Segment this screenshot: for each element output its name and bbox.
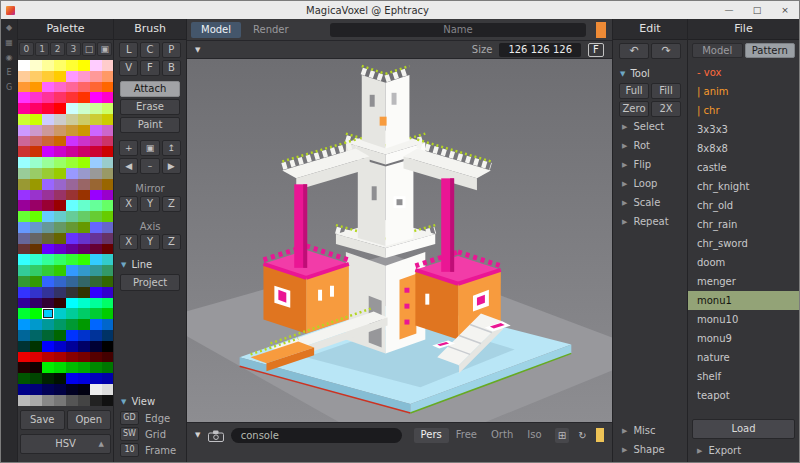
tab-render[interactable]: Render bbox=[243, 22, 299, 38]
palette-swatch[interactable] bbox=[30, 308, 42, 319]
palette-swatch[interactable] bbox=[78, 82, 90, 93]
palette-swatch[interactable] bbox=[78, 200, 90, 211]
palette-swatch[interactable] bbox=[78, 125, 90, 136]
load-button[interactable]: Load bbox=[692, 419, 795, 439]
palette-swatch[interactable] bbox=[66, 179, 78, 190]
palette-swatch[interactable] bbox=[42, 265, 54, 276]
file-item[interactable]: monu10 bbox=[688, 310, 799, 329]
palette-swatch[interactable] bbox=[54, 168, 66, 179]
view-mode-iso[interactable]: Iso bbox=[520, 428, 548, 443]
palette-swatch[interactable] bbox=[78, 168, 90, 179]
palette-swatch[interactable] bbox=[30, 190, 42, 201]
palette-swatch[interactable] bbox=[78, 362, 90, 373]
palette-swatch[interactable] bbox=[54, 200, 66, 211]
palette-tab-1[interactable]: 1 bbox=[35, 42, 50, 56]
palette-swatch[interactable] bbox=[78, 244, 90, 255]
shape-section[interactable]: ▶ Shape bbox=[613, 440, 687, 459]
next-icon[interactable]: ▶ bbox=[162, 158, 181, 174]
edit-item-flip[interactable]: ▶ Flip bbox=[613, 155, 687, 174]
palette-swatch[interactable] bbox=[66, 136, 78, 147]
view-mode-pers[interactable]: Pers bbox=[414, 428, 449, 443]
maximize-button[interactable]: □ bbox=[743, 1, 771, 19]
palette-swatch[interactable] bbox=[90, 319, 102, 330]
file-item[interactable]: - vox bbox=[688, 63, 799, 82]
dash-icon[interactable]: – bbox=[140, 158, 159, 174]
size-value-field[interactable]: 126 126 126 bbox=[499, 43, 581, 57]
palette-swatch[interactable] bbox=[42, 276, 54, 287]
palette-swatch[interactable] bbox=[66, 190, 78, 201]
palette-swatch[interactable] bbox=[42, 211, 54, 222]
palette-swatch[interactable] bbox=[18, 103, 30, 114]
palette-swatch[interactable] bbox=[42, 222, 54, 233]
palette-swatch[interactable] bbox=[66, 125, 78, 136]
palette-swatch[interactable] bbox=[90, 179, 102, 190]
palette-swatch[interactable] bbox=[18, 298, 30, 309]
palette-swatch[interactable] bbox=[42, 71, 54, 82]
palette-swatch[interactable] bbox=[66, 287, 78, 298]
fit-button[interactable]: F bbox=[588, 43, 604, 57]
palette-swatch[interactable] bbox=[42, 82, 54, 93]
palette-swatch[interactable] bbox=[90, 244, 102, 255]
palette-swatch[interactable] bbox=[30, 211, 42, 222]
palette-swatch[interactable] bbox=[30, 71, 42, 82]
palette-swatch[interactable] bbox=[66, 362, 78, 373]
file-item[interactable]: menger bbox=[688, 272, 799, 291]
palette-swatch[interactable] bbox=[78, 384, 90, 395]
palette-swatch[interactable] bbox=[30, 384, 42, 395]
palette-swatch[interactable] bbox=[30, 60, 42, 71]
palette-swatch[interactable] bbox=[78, 157, 90, 168]
palette-extra-button[interactable]: □ bbox=[82, 42, 97, 56]
palette-swatch[interactable] bbox=[30, 136, 42, 147]
close-button[interactable]: × bbox=[771, 1, 799, 19]
palette-swatch[interactable] bbox=[78, 265, 90, 276]
palette-swatch[interactable] bbox=[54, 146, 66, 157]
palette-swatch[interactable] bbox=[54, 395, 66, 406]
palette-swatch[interactable] bbox=[54, 308, 66, 319]
palette-swatch[interactable] bbox=[30, 265, 42, 276]
palette-swatch[interactable] bbox=[78, 114, 90, 125]
palette-swatch[interactable] bbox=[18, 136, 30, 147]
palette-swatch[interactable] bbox=[42, 157, 54, 168]
palette-swatch[interactable] bbox=[30, 222, 42, 233]
palette-swatch[interactable] bbox=[90, 211, 102, 222]
palette-swatch[interactable] bbox=[42, 190, 54, 201]
palette-swatch[interactable] bbox=[54, 276, 66, 287]
grid-toggle[interactable]: SW bbox=[120, 427, 139, 441]
palette-swatch[interactable] bbox=[30, 254, 42, 265]
palette-swatch[interactable] bbox=[30, 92, 42, 103]
strip-label-e[interactable]: E bbox=[6, 69, 11, 77]
palette-swatch[interactable] bbox=[66, 146, 78, 157]
strip-tool-icon[interactable]: ◆ bbox=[6, 24, 12, 32]
prev-icon[interactable]: ◀ bbox=[119, 158, 138, 174]
palette-swatch[interactable] bbox=[90, 287, 102, 298]
palette-swatch[interactable] bbox=[90, 341, 102, 352]
palette-swatch[interactable] bbox=[42, 384, 54, 395]
palette-swatch[interactable] bbox=[90, 330, 102, 341]
palette-swatch[interactable] bbox=[66, 373, 78, 384]
undo-icon[interactable]: ↶ bbox=[619, 43, 649, 59]
palette-swatch[interactable] bbox=[66, 71, 78, 82]
palette-swatch[interactable] bbox=[78, 373, 90, 384]
palette-swatch[interactable] bbox=[66, 244, 78, 255]
rotate-view-icon[interactable]: ↻ bbox=[575, 428, 590, 443]
palette-swatch[interactable] bbox=[90, 60, 102, 71]
palette-swatch[interactable] bbox=[78, 190, 90, 201]
palette-swatch[interactable] bbox=[30, 114, 42, 125]
palette-swatch[interactable] bbox=[18, 71, 30, 82]
palette-swatch[interactable] bbox=[30, 395, 42, 406]
palette-swatch[interactable] bbox=[78, 222, 90, 233]
palette-swatch[interactable] bbox=[54, 222, 66, 233]
palette-swatch[interactable] bbox=[18, 330, 30, 341]
attach-button[interactable]: Attach bbox=[120, 81, 180, 97]
palette-swatch[interactable] bbox=[42, 341, 54, 352]
palette-swatch[interactable] bbox=[66, 395, 78, 406]
palette-swatch[interactable] bbox=[30, 330, 42, 341]
palette-swatch[interactable] bbox=[54, 114, 66, 125]
palette-swatch[interactable] bbox=[66, 103, 78, 114]
palette-swatch[interactable] bbox=[90, 103, 102, 114]
frame-toggle[interactable]: 10 bbox=[120, 443, 139, 457]
palette-swatch[interactable] bbox=[42, 373, 54, 384]
palette-swatch[interactable] bbox=[54, 136, 66, 147]
edit-item-select[interactable]: ▶ Select bbox=[613, 117, 687, 136]
palette-swatch[interactable] bbox=[54, 341, 66, 352]
